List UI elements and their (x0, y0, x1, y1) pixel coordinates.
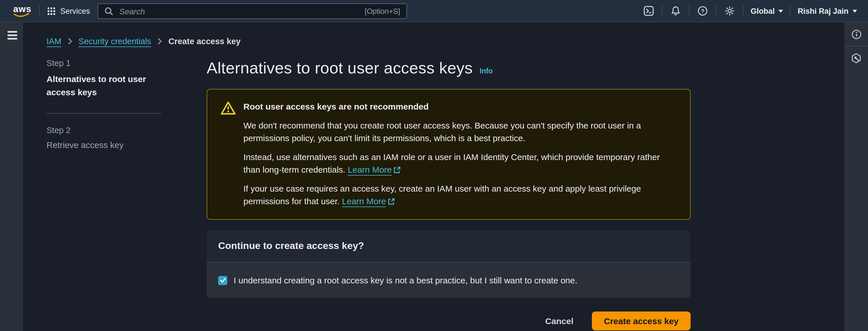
topbar-divider (716, 5, 717, 17)
learn-more-link-2[interactable]: Learn More (342, 196, 395, 206)
learn-more-link-1[interactable]: Learn More (348, 165, 401, 174)
account-menu[interactable]: Rishi Raj Jain (795, 7, 859, 15)
chevron-down-icon (852, 9, 857, 12)
top-navigation-bar: aws Services [Option+S] (0, 0, 868, 22)
topbar-left-group: aws Services (0, 0, 90, 22)
search-icon (104, 7, 113, 15)
external-link-icon (388, 198, 395, 205)
help-button[interactable]: ? (694, 2, 712, 20)
aws-logo-text: aws (13, 4, 32, 14)
topbar-divider (743, 5, 744, 17)
search-input[interactable] (118, 6, 360, 16)
breadcrumb-current-page: Create access key (168, 37, 241, 46)
checkmark-icon (220, 277, 226, 284)
aws-logo[interactable]: aws (13, 4, 30, 18)
warning-title: Root user access keys are not recommende… (243, 100, 676, 113)
step2-label: Step 2 (46, 126, 207, 135)
region-label: Global (751, 7, 775, 15)
warning-triangle-icon (220, 101, 236, 115)
acknowledge-checkbox-label[interactable]: I understand creating a root access key … (234, 275, 577, 285)
chevron-right-icon (158, 38, 162, 45)
info-panel-button[interactable] (844, 22, 868, 46)
warning-paragraph-3: If your use case requires an access key,… (243, 183, 676, 208)
topbar-separator (39, 5, 40, 16)
cloudshell-button[interactable] (640, 2, 658, 20)
create-access-key-button[interactable]: Create access key (592, 311, 691, 330)
settings-button[interactable] (721, 2, 739, 20)
cancel-button[interactable]: Cancel (544, 312, 575, 329)
topbar-divider (689, 5, 690, 17)
amazon-q-panel-button[interactable] (844, 46, 868, 70)
account-name-label: Rishi Raj Jain (798, 7, 848, 15)
acknowledge-checkbox[interactable] (218, 276, 227, 285)
info-link[interactable]: Info (479, 67, 493, 75)
step1-label: Step 1 (46, 59, 207, 68)
step1-title: Alternatives to root user access keys (46, 72, 158, 99)
search-shortcut-hint: [Option+S] (365, 7, 400, 15)
aws-smile-icon (14, 13, 29, 19)
continue-container: Continue to create access key? I underst… (207, 230, 691, 298)
search-box[interactable]: [Option+S] (98, 3, 407, 19)
chevron-down-icon (779, 9, 783, 12)
warning-paragraph-1: We don't recommend that you create root … (243, 119, 676, 144)
aws-console-window: aws Services [Option+S] (0, 0, 868, 331)
open-side-navigation-button[interactable] (6, 30, 19, 42)
wizard-actions: Cancel Create access key (207, 311, 691, 330)
notifications-button[interactable] (668, 2, 685, 20)
wizard-steps-nav: Step 1 Alternatives to root user access … (46, 59, 207, 150)
question-circle-icon: ? (698, 6, 708, 16)
warning-alert: Root user access keys are not recommende… (207, 89, 691, 220)
warning-paragraph-2: Instead, use alternatives such as an IAM… (243, 151, 676, 176)
left-navigation-rail (0, 22, 23, 331)
steps-divider (46, 113, 161, 113)
services-label: Services (60, 7, 90, 15)
external-link-icon (394, 166, 401, 174)
cloudshell-terminal-icon (644, 6, 654, 16)
breadcrumb-iam-link[interactable]: IAM (46, 37, 61, 46)
breadcrumb: IAM Security credentials Create access k… (46, 37, 844, 46)
gear-icon (725, 6, 735, 16)
topbar-right-group: ? Global Rishi Raj Jain (640, 2, 868, 20)
wizard-step-content: Alternatives to root user access keys In… (207, 59, 691, 330)
main-content: IAM Security credentials Create access k… (23, 22, 844, 331)
step2-title: Retrieve access key (46, 140, 207, 150)
chevron-right-icon (68, 38, 72, 45)
info-circle-icon (851, 29, 861, 39)
container-header: Continue to create access key? (207, 230, 691, 262)
container-body: I understand creating a root access key … (207, 262, 691, 298)
svg-text:?: ? (701, 8, 705, 14)
topbar-divider (790, 5, 791, 17)
breadcrumb-security-credentials-link[interactable]: Security credentials (79, 37, 151, 46)
topbar-divider (662, 5, 663, 17)
region-selector[interactable]: Global (748, 7, 786, 15)
page-title: Alternatives to root user access keys (207, 59, 473, 77)
bell-icon (671, 6, 681, 16)
services-menu-button[interactable]: Services (48, 7, 90, 15)
amazon-q-hexagon-icon (851, 53, 862, 64)
container-title: Continue to create access key? (218, 240, 679, 252)
services-grid-icon (48, 7, 55, 14)
hamburger-icon (7, 31, 17, 32)
right-tools-rail (844, 22, 868, 331)
